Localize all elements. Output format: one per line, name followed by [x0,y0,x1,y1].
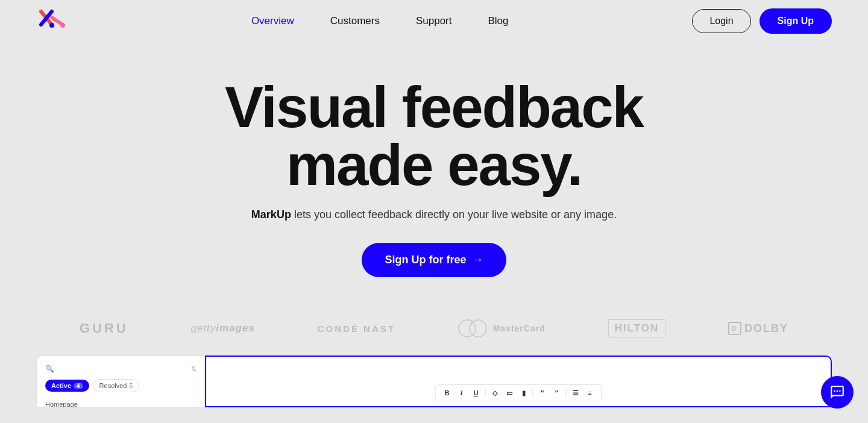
logo-dolby: D DOLBY [728,322,788,335]
preview-list-item: Homepage [45,398,197,407]
logo-guru: GURU [80,321,128,336]
toolbar-diamond[interactable]: ◇ [489,387,500,398]
login-button[interactable]: Login [692,9,750,33]
preview-main: B I U ◇ ▭ ▮ " " ☰ ≡ [205,356,832,407]
logo[interactable] [36,8,68,34]
toolbar-list-unordered[interactable]: ☰ [570,387,581,398]
preview-tab-active[interactable]: Active 4 [45,380,89,392]
toolbar-italic[interactable]: I [456,387,467,398]
preview-sidebar: 🔍 ⇅ Active 4 Resolved 5 Homepage [36,356,205,407]
nav-item-support[interactable]: Support [416,15,452,27]
logo-conde-nast: CONDÉ NAST [318,324,395,334]
cta-label: Sign Up for free [385,254,466,266]
nav-actions: Login Sign Up [692,8,832,34]
toolbar-quote-right[interactable]: " [552,387,562,398]
hero-subtitle: MarkUp lets you collect feedback directl… [12,208,856,221]
toolbar-fill-rect[interactable]: ▮ [518,387,529,398]
preview-resolved-count: 5 [129,383,133,389]
preview-tab-resolved[interactable]: Resolved 5 [93,379,139,392]
toolbar-quote-left[interactable]: " [537,387,548,398]
toolbar-separator-2 [533,389,533,397]
signup-button[interactable]: Sign Up [760,8,832,34]
cta-arrow: → [473,254,483,266]
preview-toolbar: B I U ◇ ▭ ▮ " " ☰ ≡ [435,384,602,401]
logo-gettyimages: gettyimages [190,322,254,334]
logo-hilton: Hilton [608,319,666,337]
cta-button[interactable]: Sign Up for free → [362,243,506,277]
toolbar-bold[interactable]: B [442,387,453,398]
preview-tabs: Active 4 Resolved 5 [45,379,197,392]
hero-title: Visual feedback made easy. [187,78,681,194]
toolbar-rect[interactable]: ▭ [504,387,515,398]
logos-row: GURU gettyimages CONDÉ NAST MasterCard H… [0,301,868,349]
nav-item-blog[interactable]: Blog [488,15,508,27]
hero-section: Visual feedback made easy. MarkUp lets y… [0,42,868,301]
nav-item-customers[interactable]: Customers [330,15,380,27]
chat-button[interactable] [821,376,854,409]
navigation: Overview Customers Support Blog Login Si… [0,0,868,42]
preview-active-count: 4 [74,383,83,389]
toolbar-underline[interactable]: U [471,387,482,398]
toolbar-list-ordered[interactable]: ≡ [585,387,596,398]
svg-point-3 [60,23,65,28]
preview-sort-icon: ⇅ [191,365,197,373]
bottom-preview: 🔍 ⇅ Active 4 Resolved 5 Homepage B I U ◇… [36,356,832,407]
svg-point-4 [49,23,54,28]
logo-mastercard: MasterCard [458,319,546,337]
nav-item-overview[interactable]: Overview [251,15,294,27]
chat-icon [829,384,845,400]
toolbar-separator-3 [566,389,567,397]
nav-links: Overview Customers Support Blog [251,15,509,27]
toolbar-separator-1 [485,389,486,397]
preview-search-icon: 🔍 [45,365,54,373]
